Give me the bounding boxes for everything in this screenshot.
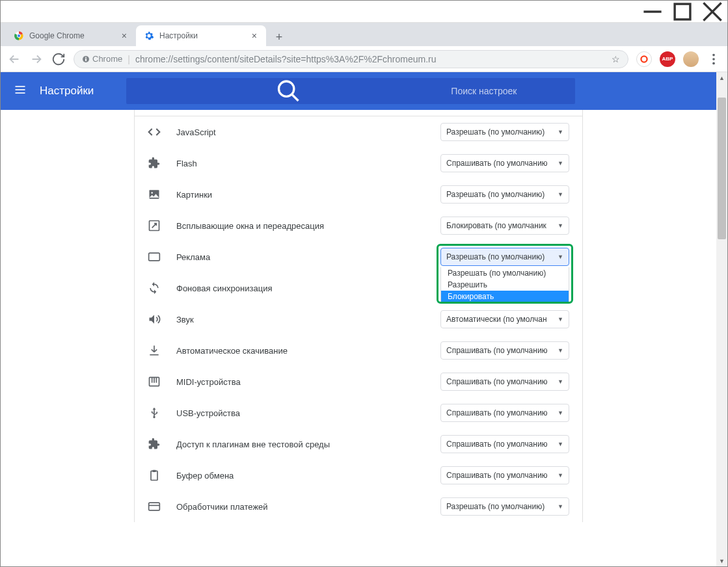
select-value: Разрешать (по умолчанию) [446,502,545,511]
svg-point-13 [712,58,715,60]
svg-point-12 [712,53,715,56]
scroll-thumb[interactable] [718,98,726,239]
secure-chip: Chrome [82,54,122,64]
permission-row: MIDI-устройстваСпрашивать (по умолчанию▼ [135,366,582,397]
caret-down-icon: ▼ [558,129,563,135]
svg-point-6 [17,34,20,37]
url-text: chrome://settings/content/siteDetails?si… [135,54,437,64]
permission-select[interactable]: Спрашивать (по умолчанию▼ [440,373,569,391]
back-button[interactable] [7,52,21,66]
vertical-scrollbar[interactable]: ▲ ▼ [716,72,727,566]
menu-button[interactable] [707,52,721,66]
bookmark-star-icon[interactable]: ☆ [612,54,620,64]
tab-label: Google Chrome [29,31,115,40]
select-value: Блокировать (по умолчаник [446,221,546,230]
permission-label: Flash [176,159,425,168]
new-tab-button[interactable]: + [270,28,288,46]
select-value: Автоматически (по умолчан [446,315,547,324]
select-value: Спрашивать (по умолчанию [446,440,548,449]
caret-down-icon: ▼ [558,191,563,198]
permission-row: USB-устройстваСпрашивать (по умолчанию▼ [135,397,582,429]
code-icon [148,125,161,138]
permission-select[interactable]: Разрешать (по умолчанию)▼ [440,497,569,516]
address-bar: Chrome | chrome://settings/content/siteD… [1,46,727,72]
dropdown-option[interactable]: Разрешать (по умолчанию) [441,267,569,279]
tab-google-chrome[interactable]: Google Chrome × [6,25,136,46]
caret-down-icon: ▼ [558,160,563,166]
select-value: Спрашивать (по умолчанию [446,471,548,480]
caret-down-icon: ▼ [558,472,563,479]
permission-row: УведомленияБлокировать (по умолчаник▼ [135,110,582,116]
select-value: Спрашивать (по умолчанию [446,159,548,168]
select-value: Разрешать (по умолчанию) [446,252,545,261]
permission-label: Обработчики платежей [176,502,425,512]
minimize-button[interactable] [638,1,667,23]
permission-dropdown: Разрешать (по умолчанию)РазрешитьБлокиро… [440,267,569,303]
settings-search[interactable] [126,78,575,104]
select-value: Спрашивать (по умолчанию [446,408,548,417]
permission-select[interactable]: Разрешать (по умолчанию)▼ [440,185,569,204]
caret-down-icon: ▼ [558,254,563,260]
caret-down-icon: ▼ [558,503,563,510]
tab-close-icon[interactable]: × [250,31,258,41]
dropdown-option[interactable]: Блокировать [441,291,569,302]
omnibox[interactable]: Chrome | chrome://settings/content/siteD… [74,50,628,68]
usb-icon [148,406,161,419]
gear-favicon [144,31,154,41]
tab-label: Настройки [159,31,245,40]
permission-label: Буфер обмена [176,471,425,481]
hamburger-icon[interactable] [14,83,27,99]
titlebar [1,1,727,23]
permission-label: USB-устройства [176,408,425,418]
maximize-button[interactable] [667,1,697,23]
puzzle-icon [148,438,161,451]
yandex-extension-icon[interactable] [636,51,652,67]
chrome-favicon [14,31,24,41]
close-button[interactable] [697,1,727,23]
settings-main: УведомленияБлокировать (по умолчаник▼Jav… [1,110,716,566]
profile-avatar[interactable] [683,51,699,67]
caret-down-icon: ▼ [558,222,563,229]
permission-row: FlashСпрашивать (по умолчанию▼ [135,148,582,179]
search-input[interactable] [451,86,565,96]
adblock-extension-icon[interactable]: ABP [660,51,675,67]
scroll-up-icon[interactable]: ▲ [716,72,727,83]
permission-select[interactable]: Блокировать (по умолчаник▼ [440,217,569,235]
scroll-down-icon[interactable]: ▼ [716,555,727,566]
permission-row: Обработчики платежейРазрешать (по умолча… [135,491,582,522]
select-value: Разрешать (по умолчанию) [446,127,545,137]
permission-select[interactable]: Спрашивать (по умолчанию▼ [440,341,569,360]
permission-row: КартинкиРазрешать (по умолчанию)▼ [135,179,582,210]
tab-settings[interactable]: Настройки × [136,25,266,46]
ads-icon [148,250,161,263]
reload-button[interactable] [51,52,66,66]
dropdown-option[interactable]: Разрешить [441,279,569,291]
permission-select[interactable]: Автоматически (по умолчан▼ [440,310,569,328]
permission-select[interactable]: Спрашивать (по умолчанию▼ [440,154,569,172]
permission-label: Реклама [176,252,425,262]
permission-select[interactable]: Спрашивать (по умолчанию▼ [440,466,569,484]
svg-rect-8 [85,59,87,61]
permission-row: РекламаРазрешать (по умолчанию)▼Разрешат… [135,241,582,272]
select-value: Спрашивать (по умолчанию [446,377,548,386]
svg-point-10 [638,53,650,64]
permission-select[interactable]: Разрешать (по умолчанию)▼ [440,248,569,266]
permission-select[interactable]: Разрешать (по умолчанию)▼ [440,123,569,141]
permission-select[interactable]: Спрашивать (по умолчанию▼ [440,404,569,422]
permission-label: Всплывающие окна и переадресация [176,221,425,231]
svg-point-14 [712,62,715,64]
permissions-panel: УведомленияБлокировать (по умолчаник▼Jav… [134,110,583,522]
svg-line-19 [292,94,299,101]
sync-icon [148,282,161,295]
caret-down-icon: ▼ [558,378,563,385]
permission-label: Звук [176,315,425,324]
page-title: Настройки [40,85,94,98]
svg-rect-1 [675,4,690,20]
forward-button[interactable] [29,52,44,66]
permission-row: Автоматическое скачиваниеСпрашивать (по … [135,335,582,366]
clipboard-icon [148,469,161,482]
caret-down-icon: ▼ [558,410,563,416]
tab-close-icon[interactable]: × [120,31,128,41]
permission-select[interactable]: Спрашивать (по умолчанию▼ [440,435,569,453]
caret-down-icon: ▼ [558,347,563,354]
